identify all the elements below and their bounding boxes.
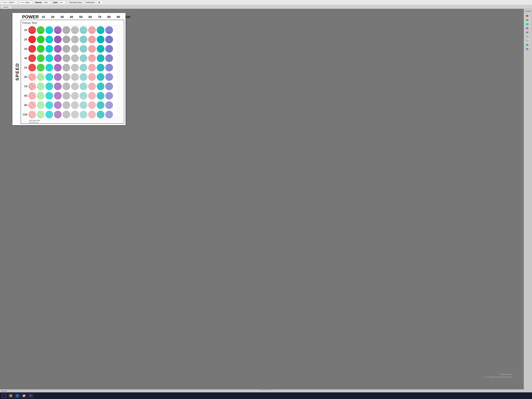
layer-eye-5[interactable]: 👁 xyxy=(526,33,530,36)
document-setup-button[interactable]: Document Setup xyxy=(68,1,83,4)
dot-r60-c8 xyxy=(88,73,96,81)
stroke-dropdown[interactable]: Uniform ▼ xyxy=(1,1,17,4)
dot-r10-c2 xyxy=(37,26,44,34)
dot-r50-c2 xyxy=(37,64,44,71)
chart-container: POWER 102030405060708090100 SPEED xyxy=(14,14,124,124)
dot-r30-c5 xyxy=(63,45,70,53)
ai-icon: Ai xyxy=(30,395,32,397)
dot-r70-c2 xyxy=(37,82,44,90)
taskbar-item-2[interactable]: 🌐 xyxy=(15,393,20,398)
tabbar: review) × xyxy=(0,5,532,9)
tab-close-button[interactable]: × xyxy=(9,6,10,8)
layer-color-3 xyxy=(526,27,528,29)
speed-label: SPEED xyxy=(15,63,20,81)
dot-r100-c4 xyxy=(54,111,62,118)
dots-row-40 xyxy=(28,54,113,62)
power-num-20: 20 xyxy=(48,15,57,19)
layer-eye-8[interactable]: 👁 xyxy=(526,46,530,48)
dot-r10-c3 xyxy=(45,26,53,34)
grid-area: Focus Test 102030405060708090100 -1mm 0m… xyxy=(21,20,124,124)
dot-r30-c1 xyxy=(28,45,36,53)
opacity-dropdown[interactable]: 100% ▼ xyxy=(43,1,51,4)
taskbar-item-1[interactable]: 🐱 xyxy=(8,393,13,398)
dot-r80-c3 xyxy=(45,92,53,100)
win-activate-line2: Ve a Configuración para activar Win xyxy=(484,376,513,379)
monitor-brand: ViewSonic xyxy=(259,388,273,391)
row-num-100: 100 xyxy=(22,113,28,116)
extra-dropdown[interactable]: ⊞ ▼ xyxy=(97,1,103,4)
power-num-50: 50 xyxy=(76,15,86,19)
layer-eye-1[interactable]: 👁 xyxy=(526,17,530,19)
layer-eyes-container: 👁👁👁👁👁👁👁👁👁 xyxy=(526,13,530,50)
dot-r20-c2 xyxy=(37,36,44,43)
document-tab[interactable]: review) × xyxy=(1,6,12,9)
canvas-area: POWER 102030405060708090100 SPEED xyxy=(0,9,524,389)
dot-r10-c10 xyxy=(105,26,113,34)
power-numbers: 102030405060708090100 xyxy=(39,15,133,19)
dots-row-50 xyxy=(28,64,113,71)
dot-r90-c4 xyxy=(54,101,62,109)
dot-r40-c6 xyxy=(71,54,79,62)
dot-r30-c6 xyxy=(71,45,79,53)
dot-r40-c8 xyxy=(88,54,96,62)
dot-r80-c9 xyxy=(97,92,104,100)
layer-color-1 xyxy=(526,19,528,21)
dot-r70-c6 xyxy=(71,82,79,90)
grid-row-40: 40 xyxy=(22,54,123,63)
power-num-100: 100 xyxy=(123,15,133,19)
layer-eye-4[interactable]: 👁 xyxy=(526,29,530,32)
toolbar: Uniform ▼ Basic ▼ Opacity: 100% ▼ Style:… xyxy=(0,0,532,5)
dot-r20-c4 xyxy=(54,36,62,43)
layer-eye-7[interactable]: 👁 xyxy=(526,42,530,44)
opacity-label: Opacity: xyxy=(35,1,42,3)
dots-row-90 xyxy=(28,101,113,109)
dot-r40-c4 xyxy=(54,54,62,62)
dot-r50-c4 xyxy=(54,64,62,71)
layer-eye-3[interactable]: 👁 xyxy=(526,25,530,27)
row-num-90: 90 xyxy=(22,104,28,107)
dot-r70-c10 xyxy=(105,82,113,90)
dots-row-30 xyxy=(28,45,113,53)
preferences-button[interactable]: Preferences xyxy=(84,1,96,4)
layer-eye-2[interactable]: 👁 xyxy=(526,21,530,23)
dot-r70-c3 xyxy=(45,82,53,90)
grid-row-70: 70 xyxy=(22,82,123,91)
grid-row-100: 100 xyxy=(22,110,123,119)
taskbar-item-3[interactable]: 📁 xyxy=(21,393,27,398)
dot-r60-c10 xyxy=(105,73,113,81)
row-num-10: 10 xyxy=(22,29,28,32)
dot-r90-c3 xyxy=(45,101,53,109)
layer-color-6 xyxy=(526,40,528,42)
dot-r40-c9 xyxy=(97,54,104,62)
start-button[interactable]: ⊞ xyxy=(1,393,7,398)
dot-r100-c9 xyxy=(97,111,104,118)
dot-r90-c2 xyxy=(37,101,44,109)
power-num-10: 10 xyxy=(39,15,48,19)
row-num-70: 70 xyxy=(22,85,28,88)
taskbar-item-4[interactable]: Ai xyxy=(28,393,33,398)
dots-row-80 xyxy=(28,92,113,100)
basic-dropdown[interactable]: Basic ▼ xyxy=(20,1,32,4)
style-label: Style: xyxy=(53,1,58,3)
row-num-20: 20 xyxy=(22,38,28,41)
style-dropdown[interactable]: ▼ xyxy=(59,1,65,4)
dot-r90-c10 xyxy=(105,101,113,109)
dot-r30-c4 xyxy=(54,45,62,53)
header-row: POWER 102030405060708090100 xyxy=(14,14,124,19)
row-num-30: 30 xyxy=(22,47,28,51)
dot-r40-c1 xyxy=(28,54,36,62)
dot-r40-c3 xyxy=(45,54,53,62)
dot-r30-c7 xyxy=(80,45,87,53)
layer-eye-0[interactable]: 👁 xyxy=(526,13,530,15)
dot-r20-c1 xyxy=(28,36,36,43)
layer-eye-6[interactable]: 👁 xyxy=(526,37,530,40)
dot-r10-c7 xyxy=(80,26,87,34)
extra-chevron: ▼ xyxy=(101,2,102,3)
power-num-70: 70 xyxy=(95,15,104,19)
row-num-60: 60 xyxy=(22,76,28,79)
speed-label-container: SPEED xyxy=(14,20,21,124)
dot-r50-c1 xyxy=(28,64,36,71)
selection-label: Selection xyxy=(1,390,7,392)
dot-r30-c10 xyxy=(105,45,113,53)
power-num-60: 60 xyxy=(86,15,95,19)
